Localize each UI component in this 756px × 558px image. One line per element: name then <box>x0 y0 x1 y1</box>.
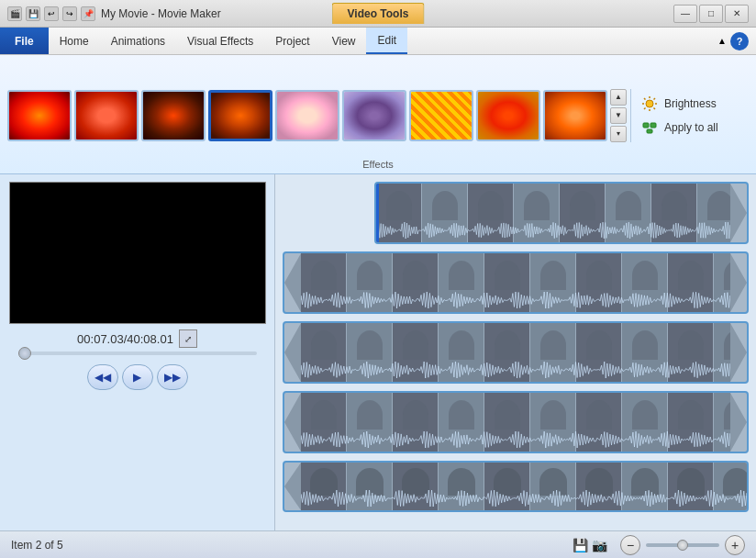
zoom-out-button[interactable]: − <box>620 535 640 555</box>
svg-rect-9 <box>643 123 649 128</box>
zoom-in-button[interactable]: + <box>725 535 745 555</box>
svg-rect-10 <box>650 123 656 128</box>
clip-arrow-right <box>730 253 747 312</box>
zoom-slider[interactable] <box>646 543 719 547</box>
menu-bar: File Home Animations Visual Effects Proj… <box>0 28 756 55</box>
brightness-option[interactable]: Brightness <box>640 95 750 113</box>
view-menu[interactable]: View <box>321 28 367 54</box>
animations-menu[interactable]: Animations <box>100 28 176 54</box>
effects-panel: ▲ ▼ ▾ <box>7 89 627 142</box>
clip-arrow-right <box>730 393 747 452</box>
apply-to-all-label: Apply to all <box>664 121 718 134</box>
effect-thumb-4[interactable] <box>275 90 339 141</box>
effect-thumb-5[interactable] <box>342 90 406 141</box>
video-preview <box>9 182 266 324</box>
help-expand-icon: ▲ <box>717 36 727 46</box>
edit-menu[interactable]: Edit <box>366 28 407 54</box>
clip-track-3[interactable] <box>283 391 749 453</box>
clip-arrow-left <box>284 253 301 312</box>
main-content: 00:07.03/40:08.01 ⤢ ◀◀ ▶ ▶▶ <box>0 174 756 530</box>
effect-thumb-3[interactable] <box>208 90 272 141</box>
pin-icon[interactable]: 📌 <box>81 6 95 21</box>
file-menu[interactable]: File <box>0 28 49 54</box>
window-title: My Movie - Movie Maker <box>101 7 221 20</box>
seek-bar[interactable] <box>18 352 257 355</box>
status-bar: Item 2 of 5 💾 📷 − + <box>0 530 756 558</box>
playback-controls: ◀◀ ▶ ▶▶ <box>87 364 188 390</box>
clip-track-0[interactable] <box>374 182 749 244</box>
home-menu[interactable]: Home <box>49 28 100 54</box>
maximize-button[interactable]: □ <box>699 5 723 23</box>
time-text: 00:07.03/40:08.01 <box>77 332 173 346</box>
apply-to-all-icon <box>640 118 659 137</box>
scroll-down-button[interactable]: ▼ <box>610 107 627 124</box>
svg-line-7 <box>654 98 656 100</box>
ribbon-options: Brightness Apply to all <box>630 89 756 142</box>
effect-thumb-0[interactable] <box>7 90 72 141</box>
ribbon-scroll-buttons: ▲ ▼ ▾ <box>610 89 627 142</box>
clip-track-2[interactable] <box>283 321 749 384</box>
ribbon: ▲ ▼ ▾ Brightness <box>0 55 756 174</box>
svg-line-8 <box>644 107 646 109</box>
project-menu[interactable]: Project <box>264 28 320 54</box>
effect-thumb-6[interactable] <box>409 90 473 141</box>
zoom-controls: 💾 📷 − + <box>573 535 745 555</box>
preview-panel: 00:07.03/40:08.01 ⤢ ◀◀ ▶ ▶▶ <box>0 174 275 530</box>
seek-thumb[interactable] <box>18 347 31 360</box>
visual-effects-menu[interactable]: Visual Effects <box>176 28 264 54</box>
effect-thumb-7[interactable] <box>476 90 540 141</box>
scroll-up-button[interactable]: ▲ <box>610 89 627 106</box>
timeline-panel[interactable] <box>275 174 756 530</box>
svg-line-6 <box>654 107 656 109</box>
svg-point-0 <box>646 100 653 107</box>
effect-thumb-2[interactable] <box>141 90 206 141</box>
playhead-indicator <box>376 184 379 242</box>
brightness-icon <box>640 95 659 113</box>
svg-rect-11 <box>647 129 652 133</box>
clip-arrow-left <box>284 323 301 382</box>
fast-forward-button[interactable]: ▶▶ <box>157 364 188 390</box>
effect-thumb-8[interactable] <box>543 90 607 141</box>
clip-arrow-left <box>284 393 301 452</box>
clip-arrow-right <box>730 323 747 382</box>
save-icon[interactable]: 💾 <box>26 6 40 21</box>
scroll-more-button[interactable]: ▾ <box>610 126 627 142</box>
effects-scroll-container <box>7 90 607 141</box>
clip-arrow-right <box>730 184 747 242</box>
time-display: 00:07.03/40:08.01 ⤢ <box>77 329 197 348</box>
minimize-button[interactable]: — <box>673 5 697 23</box>
zoom-slider-thumb[interactable] <box>677 540 688 551</box>
effect-thumb-1[interactable] <box>74 90 139 141</box>
item-info: Item 2 of 5 <box>11 539 63 552</box>
clip-track-4[interactable] <box>283 461 749 512</box>
rewind-button[interactable]: ◀◀ <box>87 364 118 390</box>
clip-track-1[interactable] <box>283 251 749 314</box>
title-bar: 🎬 💾 ↩ ↪ 📌 My Movie - Movie Maker Video T… <box>0 0 756 28</box>
help-icon[interactable]: ? <box>730 32 749 50</box>
app-icon: 🎬 <box>7 6 22 21</box>
expand-button[interactable]: ⤢ <box>179 329 197 348</box>
brightness-label: Brightness <box>664 97 717 110</box>
save-status-icon: 💾 📷 <box>573 538 607 552</box>
apply-to-all-option[interactable]: Apply to all <box>640 118 750 137</box>
svg-line-5 <box>644 98 646 100</box>
redo-icon[interactable]: ↪ <box>62 6 77 21</box>
close-button[interactable]: ✕ <box>725 5 749 23</box>
video-tools-tab[interactable]: Video Tools <box>332 3 425 24</box>
play-button[interactable]: ▶ <box>122 364 153 390</box>
undo-icon[interactable]: ↩ <box>44 6 59 21</box>
effects-label: Effects <box>362 159 393 170</box>
